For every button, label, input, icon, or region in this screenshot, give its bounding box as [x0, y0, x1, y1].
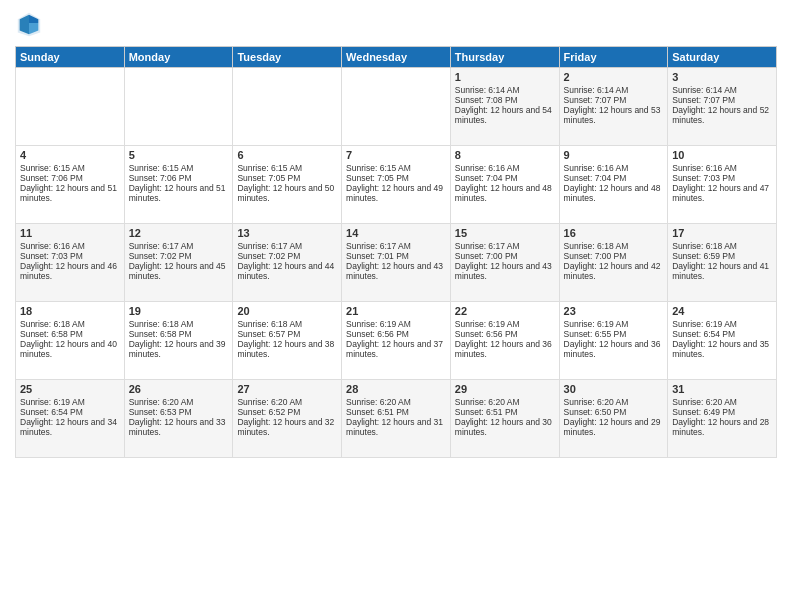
day-number: 6 — [237, 149, 337, 161]
day-number: 13 — [237, 227, 337, 239]
calendar-cell: 23Sunrise: 6:19 AMSunset: 6:55 PMDayligh… — [559, 302, 668, 380]
calendar-cell: 5Sunrise: 6:15 AMSunset: 7:06 PMDaylight… — [124, 146, 233, 224]
day-number: 10 — [672, 149, 772, 161]
daylight-text: Daylight: 12 hours and 28 minutes. — [672, 417, 772, 437]
sunrise-text: Sunrise: 6:20 AM — [672, 397, 772, 407]
sunset-text: Sunset: 6:57 PM — [237, 329, 337, 339]
daylight-text: Daylight: 12 hours and 51 minutes. — [20, 183, 120, 203]
day-number: 8 — [455, 149, 555, 161]
sunset-text: Sunset: 7:02 PM — [237, 251, 337, 261]
daylight-text: Daylight: 12 hours and 48 minutes. — [564, 183, 664, 203]
calendar-week-row: 18Sunrise: 6:18 AMSunset: 6:58 PMDayligh… — [16, 302, 777, 380]
sunset-text: Sunset: 6:56 PM — [455, 329, 555, 339]
calendar-cell: 18Sunrise: 6:18 AMSunset: 6:58 PMDayligh… — [16, 302, 125, 380]
day-number: 31 — [672, 383, 772, 395]
sunset-text: Sunset: 6:54 PM — [672, 329, 772, 339]
daylight-text: Daylight: 12 hours and 47 minutes. — [672, 183, 772, 203]
sunrise-text: Sunrise: 6:16 AM — [455, 163, 555, 173]
calendar-cell: 16Sunrise: 6:18 AMSunset: 7:00 PMDayligh… — [559, 224, 668, 302]
sunset-text: Sunset: 6:52 PM — [237, 407, 337, 417]
calendar-cell: 9Sunrise: 6:16 AMSunset: 7:04 PMDaylight… — [559, 146, 668, 224]
sunset-text: Sunset: 7:02 PM — [129, 251, 229, 261]
daylight-text: Daylight: 12 hours and 29 minutes. — [564, 417, 664, 437]
sunrise-text: Sunrise: 6:16 AM — [564, 163, 664, 173]
day-number: 27 — [237, 383, 337, 395]
sunrise-text: Sunrise: 6:17 AM — [237, 241, 337, 251]
sunrise-text: Sunrise: 6:17 AM — [455, 241, 555, 251]
day-number: 23 — [564, 305, 664, 317]
calendar-cell: 19Sunrise: 6:18 AMSunset: 6:58 PMDayligh… — [124, 302, 233, 380]
sunset-text: Sunset: 7:04 PM — [455, 173, 555, 183]
day-number: 25 — [20, 383, 120, 395]
day-number: 22 — [455, 305, 555, 317]
daylight-text: Daylight: 12 hours and 35 minutes. — [672, 339, 772, 359]
calendar-week-row: 11Sunrise: 6:16 AMSunset: 7:03 PMDayligh… — [16, 224, 777, 302]
sunset-text: Sunset: 6:50 PM — [564, 407, 664, 417]
daylight-text: Daylight: 12 hours and 33 minutes. — [129, 417, 229, 437]
sunrise-text: Sunrise: 6:18 AM — [237, 319, 337, 329]
day-number: 28 — [346, 383, 446, 395]
sunset-text: Sunset: 7:03 PM — [20, 251, 120, 261]
sunrise-text: Sunrise: 6:18 AM — [672, 241, 772, 251]
daylight-text: Daylight: 12 hours and 50 minutes. — [237, 183, 337, 203]
daylight-text: Daylight: 12 hours and 32 minutes. — [237, 417, 337, 437]
sunset-text: Sunset: 6:54 PM — [20, 407, 120, 417]
daylight-text: Daylight: 12 hours and 53 minutes. — [564, 105, 664, 125]
day-number: 7 — [346, 149, 446, 161]
day-number: 4 — [20, 149, 120, 161]
calendar-cell: 7Sunrise: 6:15 AMSunset: 7:05 PMDaylight… — [342, 146, 451, 224]
day-number: 9 — [564, 149, 664, 161]
sunset-text: Sunset: 7:06 PM — [129, 173, 229, 183]
day-header-tuesday: Tuesday — [233, 47, 342, 68]
calendar-cell: 15Sunrise: 6:17 AMSunset: 7:00 PMDayligh… — [450, 224, 559, 302]
calendar-cell: 14Sunrise: 6:17 AMSunset: 7:01 PMDayligh… — [342, 224, 451, 302]
day-number: 12 — [129, 227, 229, 239]
logo — [15, 10, 47, 38]
calendar-cell: 12Sunrise: 6:17 AMSunset: 7:02 PMDayligh… — [124, 224, 233, 302]
daylight-text: Daylight: 12 hours and 36 minutes. — [564, 339, 664, 359]
daylight-text: Daylight: 12 hours and 51 minutes. — [129, 183, 229, 203]
sunrise-text: Sunrise: 6:17 AM — [129, 241, 229, 251]
calendar-cell — [16, 68, 125, 146]
sunrise-text: Sunrise: 6:14 AM — [564, 85, 664, 95]
sunset-text: Sunset: 6:51 PM — [455, 407, 555, 417]
day-number: 20 — [237, 305, 337, 317]
calendar-cell: 11Sunrise: 6:16 AMSunset: 7:03 PMDayligh… — [16, 224, 125, 302]
sunrise-text: Sunrise: 6:15 AM — [20, 163, 120, 173]
daylight-text: Daylight: 12 hours and 43 minutes. — [455, 261, 555, 281]
sunrise-text: Sunrise: 6:20 AM — [455, 397, 555, 407]
calendar-cell — [233, 68, 342, 146]
calendar-cell: 8Sunrise: 6:16 AMSunset: 7:04 PMDaylight… — [450, 146, 559, 224]
sunrise-text: Sunrise: 6:16 AM — [672, 163, 772, 173]
daylight-text: Daylight: 12 hours and 54 minutes. — [455, 105, 555, 125]
daylight-text: Daylight: 12 hours and 38 minutes. — [237, 339, 337, 359]
sunset-text: Sunset: 7:01 PM — [346, 251, 446, 261]
sunrise-text: Sunrise: 6:15 AM — [346, 163, 446, 173]
header — [15, 10, 777, 38]
daylight-text: Daylight: 12 hours and 30 minutes. — [455, 417, 555, 437]
day-number: 17 — [672, 227, 772, 239]
day-number: 19 — [129, 305, 229, 317]
day-number: 15 — [455, 227, 555, 239]
sunset-text: Sunset: 7:00 PM — [455, 251, 555, 261]
calendar-cell: 3Sunrise: 6:14 AMSunset: 7:07 PMDaylight… — [668, 68, 777, 146]
sunset-text: Sunset: 6:56 PM — [346, 329, 446, 339]
daylight-text: Daylight: 12 hours and 40 minutes. — [20, 339, 120, 359]
calendar-cell: 13Sunrise: 6:17 AMSunset: 7:02 PMDayligh… — [233, 224, 342, 302]
day-number: 3 — [672, 71, 772, 83]
day-number: 2 — [564, 71, 664, 83]
daylight-text: Daylight: 12 hours and 43 minutes. — [346, 261, 446, 281]
calendar-cell — [342, 68, 451, 146]
sunrise-text: Sunrise: 6:18 AM — [20, 319, 120, 329]
sunrise-text: Sunrise: 6:19 AM — [564, 319, 664, 329]
day-number: 18 — [20, 305, 120, 317]
sunrise-text: Sunrise: 6:18 AM — [564, 241, 664, 251]
daylight-text: Daylight: 12 hours and 36 minutes. — [455, 339, 555, 359]
day-header-monday: Monday — [124, 47, 233, 68]
daylight-text: Daylight: 12 hours and 41 minutes. — [672, 261, 772, 281]
sunrise-text: Sunrise: 6:14 AM — [672, 85, 772, 95]
daylight-text: Daylight: 12 hours and 37 minutes. — [346, 339, 446, 359]
sunrise-text: Sunrise: 6:20 AM — [346, 397, 446, 407]
daylight-text: Daylight: 12 hours and 39 minutes. — [129, 339, 229, 359]
day-number: 1 — [455, 71, 555, 83]
